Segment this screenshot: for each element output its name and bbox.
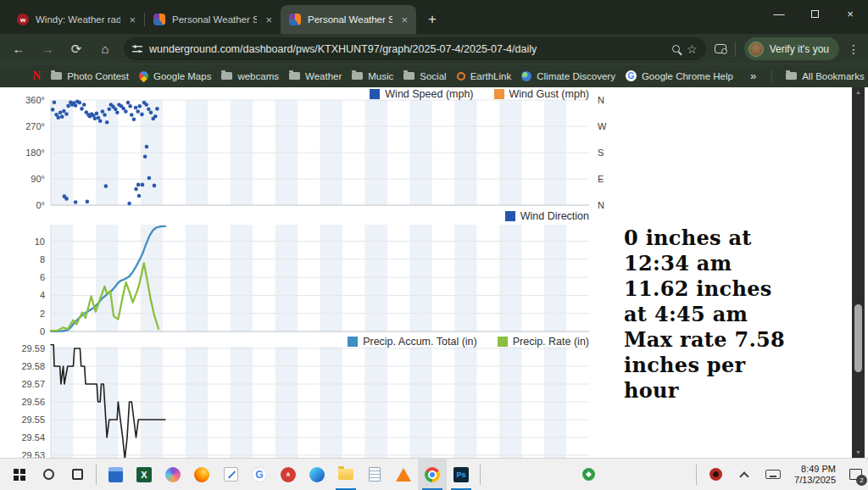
explorer-icon bbox=[338, 469, 353, 480]
taskbar: 8:49 PM 7/13/2025 2 bbox=[0, 458, 868, 490]
tray-green-app-button[interactable] bbox=[574, 459, 603, 490]
verify-profile-button[interactable]: Verify it's you bbox=[744, 37, 839, 60]
folder-icon bbox=[352, 72, 363, 80]
taskbar-asterisk-button[interactable] bbox=[274, 459, 303, 490]
bookmarks-right: » All Bookmarks bbox=[743, 70, 868, 83]
tray-green-app-icon bbox=[582, 468, 595, 481]
tab-close-icon[interactable]: × bbox=[127, 14, 137, 26]
taskbar-google-button[interactable] bbox=[245, 459, 274, 490]
annotation-line: hour bbox=[624, 378, 840, 404]
taskbar-calc-button[interactable] bbox=[101, 459, 130, 490]
bookmark-photo-contest[interactable]: Photo Contest bbox=[46, 71, 134, 81]
maximize-button[interactable] bbox=[797, 0, 832, 27]
scrollbar-thumb[interactable] bbox=[854, 304, 862, 372]
taskbar-explorer-button[interactable] bbox=[331, 459, 360, 490]
google-icon bbox=[252, 467, 267, 482]
bookmark-earthlink[interactable]: EarthLink bbox=[452, 71, 517, 81]
vlc-icon bbox=[396, 468, 411, 482]
annotation-line: inches per bbox=[624, 353, 840, 378]
close-button[interactable]: × bbox=[832, 0, 868, 27]
bookmark-climate-discovery[interactable]: Climate Discovery bbox=[516, 71, 620, 81]
action-center-button[interactable]: 2 bbox=[843, 459, 868, 490]
taskbar-edge-button[interactable] bbox=[303, 459, 331, 490]
tab-title: Personal Weather Station Dashboa bbox=[172, 14, 257, 25]
profile-avatar bbox=[748, 42, 764, 57]
tray-expand-button[interactable] bbox=[730, 459, 759, 490]
taskbar-mail-button[interactable] bbox=[216, 459, 245, 490]
minimize-button[interactable]: — bbox=[761, 0, 797, 27]
screen: wWindy: Weather radar×Personal Weather S… bbox=[0, 0, 868, 490]
new-tab-button[interactable]: + bbox=[421, 8, 443, 31]
bookmark-webcams[interactable]: webcams bbox=[216, 71, 284, 81]
bookmark-google-chrome-help[interactable]: GGoogle Chrome Help bbox=[620, 70, 738, 81]
legend-swatch bbox=[494, 89, 504, 99]
back-button[interactable]: ← bbox=[8, 42, 29, 56]
taskbar-excel-button[interactable] bbox=[130, 459, 159, 490]
legend-item: Precip. Rate (in) bbox=[498, 336, 589, 348]
site-settings-icon[interactable] bbox=[132, 45, 142, 53]
globe-icon bbox=[521, 71, 531, 81]
tray-red-app-button[interactable] bbox=[701, 459, 730, 490]
url-text[interactable]: wunderground.com/dashboard/pws/KTXHUNT97… bbox=[149, 43, 665, 55]
start-button[interactable] bbox=[5, 459, 34, 490]
zoom-icon[interactable] bbox=[672, 45, 680, 53]
bookmark-label: Climate Discovery bbox=[537, 71, 615, 81]
bookmark-star-icon[interactable]: ☆ bbox=[687, 42, 698, 56]
legend-swatch bbox=[498, 337, 508, 347]
touch-keyboard-button[interactable] bbox=[759, 459, 787, 490]
reload-button[interactable]: ⟳ bbox=[66, 42, 86, 57]
svg-text:29.55: 29.55 bbox=[21, 415, 45, 425]
edge-icon bbox=[309, 467, 325, 482]
legend-label: Wind Gust (mph) bbox=[509, 88, 589, 100]
taskbar-vlc-button[interactable] bbox=[389, 459, 418, 490]
clock-time: 8:49 PM bbox=[794, 464, 836, 475]
bookmark-music[interactable]: Music bbox=[347, 71, 398, 81]
taskbar-clock[interactable]: 8:49 PM 7/13/2025 bbox=[794, 464, 836, 486]
system-tray: 8:49 PM 7/13/2025 2 bbox=[692, 459, 868, 490]
taskbar-chrome-button[interactable] bbox=[418, 459, 447, 490]
svg-text:29.53: 29.53 bbox=[21, 450, 45, 458]
bookmark-google-maps[interactable]: Google Maps bbox=[134, 71, 216, 81]
bookmarks-overflow-chevron[interactable]: » bbox=[743, 70, 763, 82]
address-bar[interactable]: wunderground.com/dashboard/pws/KTXHUNT97… bbox=[124, 37, 706, 60]
wu-favicon-icon bbox=[153, 14, 165, 25]
scroll-up-arrow[interactable]: ▲ bbox=[855, 89, 861, 96]
bookmark-social[interactable]: Social bbox=[398, 71, 451, 81]
menu-kebab-icon[interactable]: ⋮ bbox=[848, 42, 860, 56]
legend-label: Precip. Rate (in) bbox=[513, 336, 589, 348]
taskbar-ps-button[interactable] bbox=[447, 459, 476, 490]
legend-label: Wind Speed (mph) bbox=[385, 88, 473, 100]
browser-tab-0[interactable]: wWindy: Weather radar× bbox=[8, 5, 144, 34]
legend-swatch bbox=[370, 89, 380, 99]
page-scrollbar[interactable]: ▲ ▼ bbox=[852, 87, 865, 458]
notepad-icon bbox=[369, 467, 381, 482]
search-button[interactable] bbox=[34, 459, 63, 490]
scroll-down-arrow[interactable]: ▼ bbox=[855, 449, 861, 456]
tab-close-icon[interactable]: × bbox=[399, 14, 409, 26]
all-bookmarks-folder[interactable]: All Bookmarks bbox=[781, 71, 868, 81]
bookmark-netflix[interactable]: N bbox=[27, 70, 46, 83]
home-button[interactable]: ⌂ bbox=[95, 42, 115, 56]
legend-item: Precip. Accum. Total (in) bbox=[348, 336, 477, 348]
legend-swatch bbox=[348, 337, 358, 347]
bookmark-label: Weather bbox=[305, 71, 342, 81]
forward-button[interactable]: → bbox=[37, 42, 58, 56]
legend-item: Wind Speed (mph) bbox=[370, 88, 473, 100]
folder-icon bbox=[403, 72, 415, 80]
task-view-button[interactable] bbox=[63, 459, 92, 490]
taskbar-copilot-button[interactable] bbox=[159, 459, 187, 490]
taskbar-firefox-button[interactable] bbox=[187, 459, 216, 490]
svg-text:29.57: 29.57 bbox=[21, 379, 45, 389]
svg-text:E: E bbox=[598, 174, 604, 184]
bookmark-weather[interactable]: Weather bbox=[284, 71, 347, 81]
tab-search-icon[interactable] bbox=[715, 44, 726, 53]
annotation-line: at 4:45 am bbox=[624, 302, 840, 327]
browser-tab-1[interactable]: Personal Weather Station Dashboa× bbox=[145, 5, 281, 34]
svg-text:29.54: 29.54 bbox=[21, 432, 45, 443]
taskbar-notepad-button[interactable] bbox=[360, 459, 389, 490]
bookmark-label: Photo Contest bbox=[67, 71, 129, 81]
page-content: 360°270°180°90°0°NWSEN108642029.5929.582… bbox=[0, 87, 868, 458]
tab-close-icon[interactable]: × bbox=[264, 14, 274, 26]
browser-tab-2[interactable]: Personal Weather Station Dashbo× bbox=[281, 5, 416, 34]
svg-text:S: S bbox=[598, 148, 604, 158]
